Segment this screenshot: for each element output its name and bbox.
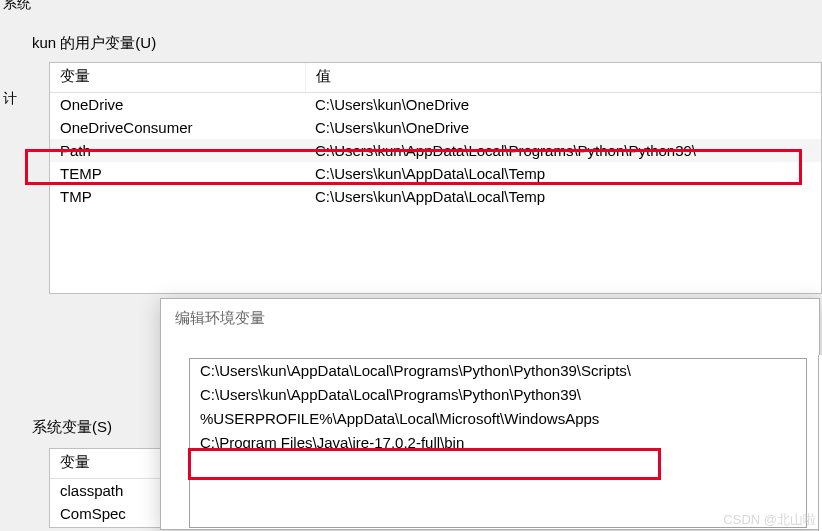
side-button-sliver [818, 355, 822, 531]
cell-value: C:\Users\kun\AppData\Local\Temp [305, 162, 821, 185]
list-item[interactable]: C:\Users\kun\AppData\Local\Programs\Pyth… [190, 383, 806, 407]
list-item[interactable]: %USERPROFILE%\AppData\Local\Microsoft\Wi… [190, 407, 806, 431]
dialog-title: 编辑环境变量 [161, 299, 819, 342]
user-variables-label: kun 的用户变量(U) [32, 34, 156, 53]
cell-variable: Path [50, 139, 305, 162]
user-variables-table[interactable]: 变量 值 OneDrive C:\Users\kun\OneDrive OneD… [49, 62, 822, 294]
header-value[interactable]: 值 [305, 63, 821, 93]
list-item[interactable]: C:\Users\kun\AppData\Local\Programs\Pyth… [190, 359, 806, 383]
cell-value: C:\Users\kun\AppData\Local\Programs\Pyth… [305, 139, 821, 162]
path-list[interactable]: C:\Users\kun\AppData\Local\Programs\Pyth… [189, 358, 807, 528]
sidebar-text: 系统 [3, 0, 31, 13]
cell-variable: OneDriveConsumer [50, 116, 305, 139]
cell-variable: TEMP [50, 162, 305, 185]
cell-variable: OneDrive [50, 93, 305, 117]
cell-value: C:\Users\kun\OneDrive [305, 93, 821, 117]
table-row[interactable]: OneDriveConsumer C:\Users\kun\OneDrive [50, 116, 821, 139]
system-variables-label: 系统变量(S) [32, 418, 112, 437]
cell-value: C:\Users\kun\OneDrive [305, 116, 821, 139]
sidebar-text-2: 计 [3, 90, 17, 108]
list-item[interactable]: C:\Program Files\Java\jre-17.0.2-full\bi… [190, 431, 806, 455]
cell-variable: TMP [50, 185, 305, 208]
table-row-path[interactable]: Path C:\Users\kun\AppData\Local\Programs… [50, 139, 821, 162]
watermark: CSDN @北山啦 [723, 511, 816, 529]
cell-value: C:\Users\kun\AppData\Local\Temp [305, 185, 821, 208]
table-header-row: 变量 值 [50, 63, 821, 93]
table-row[interactable]: TEMP C:\Users\kun\AppData\Local\Temp [50, 162, 821, 185]
header-variable[interactable]: 变量 [50, 63, 305, 93]
table-row[interactable]: TMP C:\Users\kun\AppData\Local\Temp [50, 185, 821, 208]
table-row[interactable]: OneDrive C:\Users\kun\OneDrive [50, 93, 821, 117]
edit-env-dialog: 编辑环境变量 C:\Users\kun\AppData\Local\Progra… [160, 298, 820, 530]
